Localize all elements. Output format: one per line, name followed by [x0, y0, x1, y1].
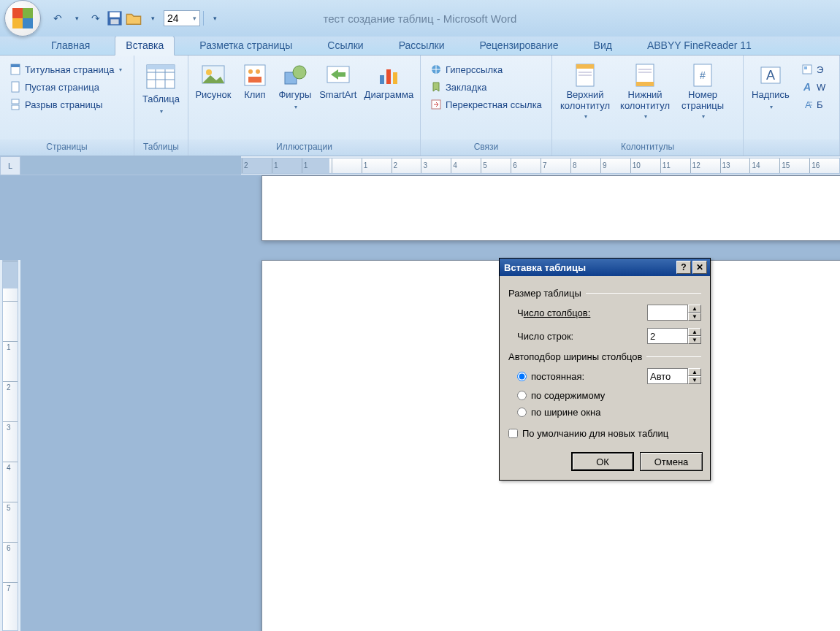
ok-button[interactable]: ОК — [571, 452, 634, 471]
chart-button[interactable]: Диаграмма — [361, 58, 417, 104]
shapes-icon — [282, 62, 308, 88]
quickparts-label: Э — [817, 64, 823, 75]
default-checkbox-label: По умолчанию для новых таблиц — [522, 428, 668, 439]
chevron-down-icon: ▾ — [584, 113, 587, 120]
undo-dropdown-icon[interactable]: ▾ — [69, 10, 85, 26]
page-break-icon — [9, 99, 21, 110]
vertical-ruler[interactable]: 1234567 — [2, 260, 18, 631]
svg-rect-33 — [636, 82, 654, 86]
hyperlink-icon — [430, 64, 442, 75]
quickparts-button[interactable]: Э — [796, 61, 831, 77]
smartart-button[interactable]: SmartArt — [316, 58, 361, 104]
help-button[interactable]: ? — [676, 261, 691, 274]
columns-spinner[interactable]: ▲▼ — [647, 305, 701, 321]
chevron-down-icon: ▾ — [770, 104, 773, 110]
qat-customize-icon[interactable]: ▾ — [207, 10, 223, 26]
columns-label: Число столбцов: — [517, 307, 647, 318]
footer-button[interactable]: Нижний колонтитул ▾ — [615, 58, 675, 123]
wordart-icon: A — [801, 81, 813, 93]
spin-up-icon[interactable]: ▲ — [688, 368, 701, 376]
tab-insert[interactable]: Вставка — [115, 36, 175, 56]
fixed-width-spinner[interactable]: ▲▼ — [647, 368, 701, 384]
open-icon[interactable] — [126, 10, 142, 26]
blank-page-button[interactable]: Пустая страница — [4, 79, 127, 95]
close-button[interactable]: ✕ — [692, 261, 707, 274]
document-canvas[interactable]: Вставка таблицы ? ✕ Размер таблицы Число… — [20, 175, 840, 631]
radio-content-label: по содержимому — [531, 390, 605, 401]
svg-rect-13 — [147, 65, 175, 69]
open-dropdown-icon[interactable]: ▾ — [145, 10, 161, 26]
svg-rect-23 — [380, 75, 384, 84]
svg-rect-29 — [576, 64, 594, 69]
group-text: A Надпись▾ Э A W A Б — [744, 56, 840, 156]
crossref-button[interactable]: Перекрестная ссылка — [425, 96, 547, 112]
blank-page-icon — [9, 81, 21, 93]
radio-window[interactable] — [517, 408, 527, 417]
shapes-button[interactable]: Фигуры▾ — [275, 58, 316, 115]
default-checkbox[interactable] — [508, 429, 518, 438]
group-headerfooter-label: Колонтитулы — [552, 139, 743, 156]
page-break-button[interactable]: Разрыв страницы — [4, 96, 127, 112]
wordart-button[interactable]: A W — [796, 79, 831, 95]
svg-rect-19 — [248, 77, 261, 83]
save-icon[interactable] — [107, 10, 123, 26]
clipart-button[interactable]: Клип — [235, 58, 275, 104]
work-area: 1234567 Вставка таблицы ? ✕ Размер табли… — [0, 175, 840, 631]
fixed-width-input[interactable] — [647, 368, 688, 384]
picture-label: Рисунок — [195, 90, 231, 101]
svg-rect-41 — [804, 66, 807, 69]
rows-label: Число строк: — [517, 331, 647, 342]
tab-home[interactable]: Главная — [41, 37, 100, 55]
tab-references[interactable]: Ссылки — [317, 37, 373, 55]
tab-selector[interactable]: L — [0, 156, 20, 175]
smartart-label: SmartArt — [319, 90, 356, 101]
dialog-titlebar[interactable]: Вставка таблицы ? ✕ — [500, 259, 710, 276]
textbox-button[interactable]: A Надпись▾ — [747, 58, 795, 115]
footer-icon — [632, 62, 658, 88]
svg-point-15 — [206, 69, 212, 75]
tab-page-layout[interactable]: Разметка страницы — [189, 37, 302, 55]
dialog-title: Вставка таблицы — [503, 262, 675, 273]
fontsize-input[interactable]: 24 ▾ — [164, 10, 200, 26]
redo-icon[interactable]: ↷ — [88, 10, 104, 26]
spin-up-icon[interactable]: ▲ — [688, 305, 701, 313]
group-pages-label: Страницы — [0, 139, 134, 156]
window-title: тест создание таблиц - Microsoft Word — [324, 12, 517, 25]
tab-mailings[interactable]: Рассылки — [389, 37, 455, 55]
columns-input[interactable] — [647, 305, 688, 321]
quick-access-toolbar: ↶ ▾ ↷ ▾ 24 ▾ ▾ — [45, 10, 227, 26]
horizontal-ruler[interactable]: 21112345678910111213141516 — [241, 158, 840, 174]
tab-abbyy[interactable]: ABBYY FineReader 11 — [637, 37, 762, 55]
tab-review[interactable]: Рецензирование — [470, 37, 569, 55]
radio-fixed[interactable] — [517, 372, 527, 381]
wordart-label: W — [817, 82, 825, 93]
pagenum-icon: # — [690, 62, 716, 88]
rows-input[interactable] — [647, 328, 688, 344]
page-break-label: Разрыв страницы — [25, 99, 103, 110]
header-button[interactable]: Верхний колонтитул ▾ — [555, 58, 615, 123]
svg-rect-2 — [111, 19, 119, 24]
svg-rect-5 — [12, 82, 19, 92]
svg-text:#: # — [700, 69, 706, 81]
undo-icon[interactable]: ↶ — [50, 10, 66, 26]
radio-content[interactable] — [517, 391, 527, 400]
table-button[interactable]: Таблица▾ — [137, 58, 185, 120]
textbox-label: Надпись — [752, 89, 790, 100]
cover-page-button[interactable]: Титульная страница ▾ — [4, 61, 127, 77]
tab-view[interactable]: Вид — [584, 37, 622, 55]
bookmark-button[interactable]: Закладка — [425, 79, 547, 95]
quickparts-icon — [801, 64, 813, 75]
pagenum-button[interactable]: # Номер страницы ▾ — [675, 58, 730, 123]
spin-down-icon[interactable]: ▼ — [688, 376, 701, 384]
chevron-down-icon: ▾ — [193, 15, 196, 22]
spin-down-icon[interactable]: ▼ — [688, 336, 701, 344]
picture-button[interactable]: Рисунок — [191, 58, 235, 104]
rows-spinner[interactable]: ▲▼ — [647, 328, 701, 344]
svg-rect-25 — [393, 72, 397, 84]
spin-down-icon[interactable]: ▼ — [688, 313, 701, 321]
dropcap-button[interactable]: A Б — [796, 96, 831, 112]
spin-up-icon[interactable]: ▲ — [688, 328, 701, 336]
office-button[interactable] — [4, 0, 41, 37]
hyperlink-button[interactable]: Гиперссылка — [425, 61, 547, 77]
cancel-button[interactable]: Отмена — [640, 452, 703, 471]
